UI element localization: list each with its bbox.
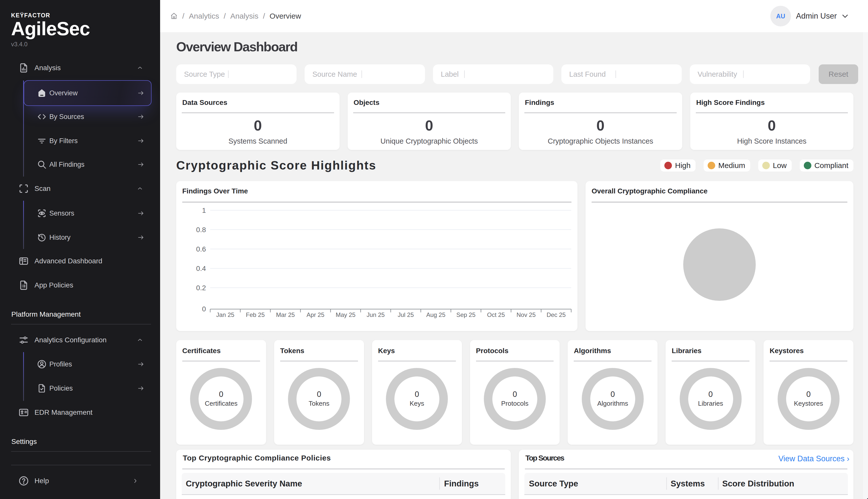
svg-text:Nov 25: Nov 25 [516, 312, 536, 318]
svg-text:Jul 25: Jul 25 [398, 312, 414, 318]
svg-text:Sep 25: Sep 25 [456, 312, 476, 318]
svg-text:Aug 25: Aug 25 [426, 312, 445, 318]
svg-text:0.6: 0.6 [196, 245, 206, 253]
svg-text:0.8: 0.8 [196, 226, 206, 234]
svg-text:Dec 25: Dec 25 [547, 312, 566, 318]
svg-text:0.4: 0.4 [196, 265, 206, 272]
svg-text:Feb 25: Feb 25 [246, 312, 265, 318]
svg-text:Mar 25: Mar 25 [276, 312, 295, 318]
svg-text:Oct 25: Oct 25 [487, 312, 505, 318]
svg-text:Apr 25: Apr 25 [307, 312, 324, 318]
svg-text:Jan 25: Jan 25 [216, 312, 234, 318]
svg-text:0: 0 [202, 305, 206, 313]
svg-text:May 25: May 25 [335, 312, 355, 318]
svg-text:1: 1 [202, 207, 206, 214]
svg-text:0.2: 0.2 [196, 284, 206, 292]
svg-text:Jun 25: Jun 25 [367, 312, 385, 318]
